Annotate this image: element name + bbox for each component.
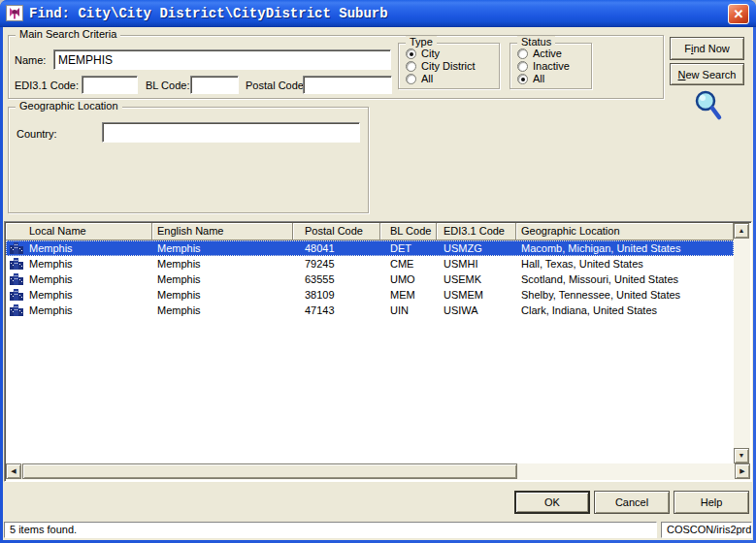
radio-type-city-label: City [421, 48, 440, 59]
radio-status-active-label: Active [533, 48, 562, 59]
column-header-edi31-code[interactable]: EDI3.1 Code [437, 223, 516, 240]
radio-status-all[interactable]: All [517, 73, 544, 84]
main-search-criteria-label: Main Search Criteria [16, 28, 120, 40]
find-now-button[interactable]: Find Now [670, 37, 744, 60]
radio-selected-icon [406, 48, 416, 59]
results-header-row: Local Name English Name Postal Code BL C… [6, 223, 734, 240]
radio-unselected-icon [517, 48, 528, 59]
cell-english-name: Memphis [152, 287, 293, 303]
find-dialog-window: Find: City\City District\CityDistrict Su… [0, 0, 756, 543]
ok-button[interactable]: OK [514, 491, 590, 514]
results-rows: Memphis Memphis 48041 DET USMZG Macomb, … [6, 240, 734, 463]
scroll-left-icon[interactable]: ◀ [6, 463, 21, 479]
table-row[interactable]: Memphis Memphis 63555 UMO USEMK Scotland… [6, 272, 734, 287]
name-input[interactable] [53, 49, 391, 70]
radio-selected-icon [517, 74, 528, 84]
cell-edi31-code: USMZG [437, 240, 516, 256]
column-header-local-name[interactable]: Local Name [6, 223, 152, 240]
cell-edi31-code: USMEM [437, 287, 516, 303]
radio-type-all-label: All [421, 73, 433, 84]
radio-type-city[interactable]: City [406, 48, 440, 59]
cell-geographic-location: Macomb, Michigan, United States [516, 240, 734, 256]
radio-unselected-icon [406, 74, 416, 84]
close-button[interactable]: ✕ [728, 4, 749, 24]
bl-code-input[interactable] [190, 76, 239, 94]
city-buildings-icon [10, 272, 23, 285]
horizontal-scrollbar[interactable]: ◀ ▶ [6, 463, 750, 480]
cell-postal-code: 38109 [293, 287, 380, 303]
cell-local-name: Memphis [6, 287, 152, 303]
table-row[interactable]: Memphis Memphis 38109 MEM USMEM Shelby, … [6, 287, 734, 303]
results-listview: Local Name English Name Postal Code BL C… [4, 221, 752, 482]
cell-edi31-code: USMHI [437, 256, 516, 272]
search-magnifier-icon [690, 87, 727, 126]
app-flower-icon [6, 5, 23, 21]
postal-code-input[interactable] [303, 76, 392, 94]
cell-bl-code: UIN [380, 303, 437, 318]
edi31-code-label: EDI3.1 Code: [15, 80, 79, 91]
status-message: 5 items found. [4, 522, 657, 538]
name-label: Name: [15, 54, 46, 66]
radio-status-inactive[interactable]: Inactive [517, 60, 570, 72]
radio-status-all-label: All [533, 73, 544, 84]
bl-code-label: BL Code: [146, 80, 189, 91]
cell-english-name: Memphis [152, 272, 293, 287]
window-title: Find: City\City District\CityDistrict Su… [29, 0, 388, 27]
city-buildings-icon [10, 257, 23, 270]
status-connection: COSCON/iris2prd [661, 522, 752, 538]
scroll-down-icon[interactable]: ▼ [734, 448, 749, 463]
status-group-label: Status [517, 36, 555, 48]
radio-status-active[interactable]: Active [517, 48, 562, 59]
cell-postal-code: 48041 [293, 240, 380, 256]
cell-geographic-location: Clark, Indiana, United States [516, 303, 734, 318]
column-header-geographic-location[interactable]: Geographic Location [516, 223, 734, 240]
cell-postal-code: 63555 [293, 272, 380, 287]
cell-edi31-code: USIWA [437, 303, 516, 318]
horizontal-scrollbar-thumb[interactable] [22, 463, 517, 479]
column-header-bl-code[interactable]: BL Code [380, 223, 437, 240]
cell-local-name: Memphis [6, 272, 152, 287]
type-group-label: Type [406, 36, 437, 48]
table-row[interactable]: Memphis Memphis 47143 UIN USIWA Clark, I… [6, 303, 734, 318]
help-button[interactable]: Help [674, 491, 749, 514]
radio-type-city-district[interactable]: City District [406, 60, 476, 72]
cell-local-name: Memphis [6, 256, 152, 272]
radio-unselected-icon [517, 61, 528, 72]
new-search-button[interactable]: New Search [670, 63, 744, 85]
cancel-button[interactable]: Cancel [594, 491, 670, 514]
city-buildings-icon [10, 288, 23, 301]
cell-local-name: Memphis [6, 240, 152, 256]
city-buildings-icon [10, 241, 23, 254]
type-group: Type City City District All [398, 43, 500, 89]
cell-english-name: Memphis [152, 256, 293, 272]
scroll-up-icon[interactable]: ▲ [734, 223, 749, 239]
dialog-client-area: Main Search Criteria Name: EDI3.1 Code: … [3, 27, 753, 540]
cell-postal-code: 79245 [293, 256, 380, 272]
radio-type-all[interactable]: All [406, 73, 433, 84]
postal-code-label: Postal Code: [246, 80, 307, 91]
cell-local-name: Memphis [6, 303, 152, 318]
country-label: Country: [16, 128, 57, 140]
table-row[interactable]: Memphis Memphis 48041 DET USMZG Macomb, … [6, 240, 734, 256]
cell-english-name: Memphis [152, 303, 293, 318]
radio-unselected-icon [406, 61, 416, 72]
cell-postal-code: 47143 [293, 303, 380, 318]
cell-edi31-code: USEMK [437, 272, 516, 287]
cell-geographic-location: Shelby, Tennessee, United States [516, 287, 734, 303]
table-row[interactable]: Memphis Memphis 79245 CME USMHI Hall, Te… [6, 256, 734, 272]
country-input[interactable] [102, 122, 360, 143]
status-bar: 5 items found. COSCON/iris2prd [3, 518, 753, 540]
vertical-scrollbar[interactable]: ▲ ▼ [734, 223, 750, 463]
scroll-right-icon[interactable]: ▶ [735, 463, 750, 479]
title-bar[interactable]: Find: City\City District\CityDistrict Su… [0, 0, 756, 27]
find-now-label-pre: F [684, 43, 691, 54]
column-header-postal-code[interactable]: Postal Code [293, 223, 380, 240]
column-header-english-name[interactable]: English Name [152, 223, 293, 240]
new-search-label-post: ew Search [685, 69, 736, 80]
results-listview-inner: Local Name English Name Postal Code BL C… [6, 223, 750, 480]
status-group: Status Active Inactive All [509, 43, 592, 89]
cell-english-name: Memphis [152, 240, 293, 256]
city-buildings-icon [10, 303, 23, 316]
cell-bl-code: CME [380, 256, 437, 272]
edi31-code-input[interactable] [82, 76, 138, 94]
